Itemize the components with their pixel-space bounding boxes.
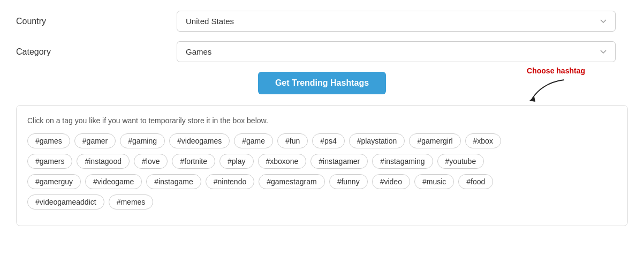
hashtag-tag[interactable]: #fortnite — [172, 154, 215, 169]
hashtag-tag[interactable]: #gamers — [27, 154, 72, 169]
hashtag-tag[interactable]: #ps4 — [312, 133, 344, 148]
hashtag-rows-container: #games#gamer#gaming#videogames#game#fun#… — [27, 133, 617, 209]
hashtag-tag[interactable]: #xboxone — [258, 154, 307, 169]
hashtag-tag[interactable]: #videogames — [169, 133, 230, 148]
category-select[interactable]: GamesSportsMusicFashionFoodTravelTechnol… — [177, 41, 616, 62]
get-trending-hashtags-button[interactable]: Get Trending Hashtags — [258, 72, 386, 94]
arrow-icon — [527, 77, 570, 104]
country-row: Country United StatesUnited KingdomCanad… — [16, 11, 628, 32]
country-select[interactable]: United StatesUnited KingdomCanadaAustral… — [177, 11, 616, 32]
hashtag-tag[interactable]: #youtube — [437, 154, 484, 169]
hashtag-tag[interactable]: #videogame — [85, 174, 142, 189]
hashtag-tag[interactable]: #food — [458, 174, 493, 189]
button-row: Get Trending Hashtags Choose hashtag — [16, 72, 628, 94]
hashtag-tag[interactable]: #gamer — [74, 133, 116, 148]
hashtag-tag[interactable]: #fun — [277, 133, 308, 148]
hashtag-tag[interactable]: #video — [372, 174, 410, 189]
hashtag-tag[interactable]: #instagame — [146, 174, 201, 189]
hashtag-tag[interactable]: #nintendo — [206, 174, 255, 189]
hashtag-panel-description: Click on a tag you like if you want to t… — [27, 116, 617, 125]
hashtag-tag[interactable]: #instagood — [77, 154, 130, 169]
hashtag-tag[interactable]: #game — [234, 133, 273, 148]
hashtag-tag[interactable]: #gaming — [120, 133, 165, 148]
svg-marker-0 — [529, 96, 535, 102]
hashtag-row-3: #videogameaddict#memes — [27, 194, 617, 209]
hashtag-tag[interactable]: #play — [219, 154, 253, 169]
hashtag-tag[interactable]: #memes — [109, 194, 154, 209]
hashtag-tag[interactable]: #videogameaddict — [27, 194, 104, 209]
hashtag-tag[interactable]: #instagaming — [372, 154, 433, 169]
country-label: Country — [16, 17, 177, 26]
category-row: Category GamesSportsMusicFashionFoodTrav… — [16, 41, 628, 62]
hashtag-tag[interactable]: #xbox — [465, 133, 501, 148]
hashtag-tag[interactable]: #games — [27, 133, 70, 148]
hashtag-panel: Click on a tag you like if you want to t… — [16, 105, 628, 226]
hashtag-row-2: #gamerguy#videogame#instagame#nintendo#g… — [27, 174, 617, 189]
hashtag-tag[interactable]: #playstation — [349, 133, 405, 148]
category-label: Category — [16, 47, 177, 57]
annotation-container: Choose hashtag — [527, 66, 585, 104]
hashtag-tag[interactable]: #love — [134, 154, 168, 169]
hashtag-tag[interactable]: #funny — [329, 174, 368, 189]
hashtag-tag[interactable]: #gamergirl — [409, 133, 460, 148]
choose-hashtag-label: Choose hashtag — [527, 66, 585, 75]
hashtag-tag[interactable]: #instagamer — [310, 154, 368, 169]
hashtag-row-1: #gamers#instagood#love#fortnite#play#xbo… — [27, 154, 617, 169]
hashtag-tag[interactable]: #gamerguy — [27, 174, 81, 189]
hashtag-tag[interactable]: #gamestagram — [259, 174, 324, 189]
hashtag-row-0: #games#gamer#gaming#videogames#game#fun#… — [27, 133, 617, 148]
hashtag-tag[interactable]: #music — [414, 174, 454, 189]
